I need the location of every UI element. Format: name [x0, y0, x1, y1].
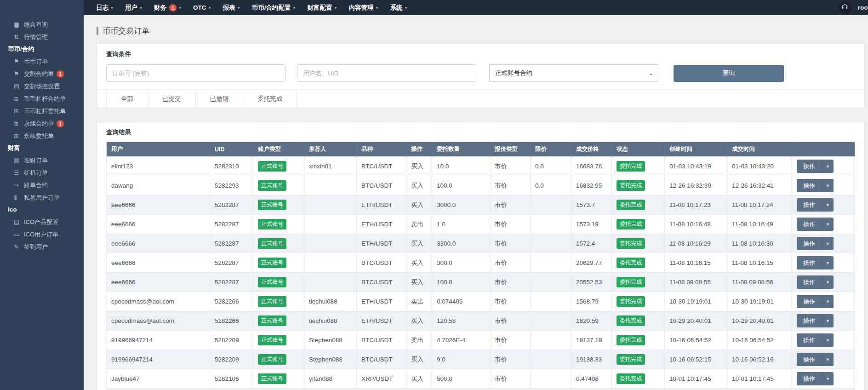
topbar-menu[interactable]: 系统▾: [384, 0, 413, 15]
cell-price_type: 市价: [490, 234, 531, 253]
operate-split-button[interactable]: 操作▼: [797, 372, 834, 385]
operate-button[interactable]: 操作: [797, 179, 822, 192]
sidebar-item[interactable]: ✎签到用户: [0, 241, 84, 253]
sidebar-item[interactable]: ⊞币币杠杆委托单: [0, 105, 84, 117]
cell-status: 委托完成: [612, 176, 665, 195]
operate-button[interactable]: 操作: [797, 314, 822, 327]
query-button[interactable]: 查询: [674, 65, 784, 82]
notification-badge: 1: [57, 70, 64, 78]
cell-deal_price: 1573.19: [571, 215, 612, 234]
operate-button[interactable]: 操作: [797, 160, 822, 173]
cell-pair: ETH/USDT: [357, 234, 406, 253]
operate-split-button[interactable]: 操作▼: [797, 179, 834, 192]
topbar-menu[interactable]: OTC▾: [187, 0, 217, 15]
topbar-menu[interactable]: 财务1▾: [148, 0, 187, 15]
topbar-menu[interactable]: 财富配置▾: [301, 0, 343, 15]
operate-button[interactable]: 操作: [797, 295, 822, 308]
sidebar-item[interactable]: ↪跟单合约: [0, 179, 84, 191]
sidebar-item[interactable]: $私募用户订单: [0, 191, 84, 204]
user-uid-input[interactable]: [297, 64, 476, 82]
sidebar-item[interactable]: ▥理财订单: [0, 154, 84, 166]
operate-split-button[interactable]: 操作▼: [797, 218, 834, 231]
order-id-input[interactable]: [106, 64, 286, 82]
cell-uid: 5282293: [210, 176, 253, 195]
topbar-menu[interactable]: 币币/合约配置▾: [246, 0, 302, 15]
cell-referrer: xinxin01: [304, 157, 357, 176]
cell-created: 11-08 10:16:15: [665, 253, 727, 273]
cell-created: 11-08 10:16:29: [665, 234, 727, 253]
column-header: [792, 142, 855, 157]
support-headset-button[interactable]: [839, 1, 851, 14]
cell-user: 919966947214: [107, 350, 210, 369]
chevron-down-icon[interactable]: ▼: [822, 160, 834, 173]
chevron-down-icon[interactable]: ▼: [822, 237, 834, 250]
sidebar-item[interactable]: ☰矿机订单: [0, 166, 84, 179]
cell-deal_price: 1572.4: [571, 234, 612, 253]
sidebar-item[interactable]: ⧉永续合约单1: [0, 117, 84, 130]
cell-uid: 5282310: [210, 157, 253, 176]
operate-split-button[interactable]: 操作▼: [797, 314, 834, 327]
account-type-select[interactable]: 正式账号合约 ⌄: [489, 64, 658, 82]
chevron-down-icon[interactable]: ▼: [822, 256, 834, 270]
operate-button[interactable]: 操作: [797, 275, 822, 289]
operate-split-button[interactable]: 操作▼: [797, 237, 834, 250]
chevron-down-icon[interactable]: ▼: [822, 353, 834, 366]
topbar-menu[interactable]: 报表▾: [217, 0, 246, 15]
sidebar-item[interactable]: ▭ICO用户订单: [0, 228, 84, 241]
operate-button[interactable]: 操作: [797, 198, 822, 212]
chevron-down-icon[interactable]: ▼: [822, 179, 834, 192]
chevron-down-icon[interactable]: ▼: [822, 218, 834, 231]
chevron-down-icon: ▾: [140, 5, 142, 10]
sidebar-item[interactable]: ⧉币币杠杆合约单: [0, 92, 84, 105]
status-filter-tab[interactable]: 已提交: [148, 90, 196, 108]
cell-referrer: yifan088: [304, 369, 357, 389]
calculator-icon: ⊞: [14, 108, 24, 115]
operate-split-button[interactable]: 操作▼: [797, 353, 834, 366]
cell-amount: 3300.0: [432, 234, 490, 253]
operate-split-button[interactable]: 操作▼: [797, 275, 834, 289]
status-filter-tab[interactable]: 已撤销: [196, 90, 244, 108]
document-icon: ▤: [14, 83, 24, 90]
chevron-down-icon[interactable]: ▼: [822, 295, 834, 308]
operate-button[interactable]: 操作: [797, 218, 822, 231]
cell-status: 委托完成: [612, 369, 665, 389]
topbar-menu[interactable]: 日志▾: [90, 0, 119, 15]
sidebar-item[interactable]: ▤ICO产品配置: [0, 216, 84, 228]
account-type-badge: 正式账号: [258, 277, 286, 287]
cell-account_type: 正式账号: [253, 215, 304, 234]
operate-button[interactable]: 操作: [797, 256, 822, 270]
account-type-badge: 正式账号: [258, 180, 286, 191]
operate-split-button[interactable]: 操作▼: [797, 160, 834, 173]
cell-price_type: 市价: [490, 331, 531, 350]
sidebar-item[interactable]: ⇅行情管理: [0, 31, 84, 43]
cell-limit_price: [531, 350, 571, 369]
sidebar-item[interactable]: ▦综合查询: [0, 18, 84, 31]
chevron-down-icon[interactable]: ▼: [822, 314, 834, 327]
cell-created: 12-26 16:32:39: [665, 176, 727, 195]
search-panel-title: 查询条件: [97, 44, 864, 63]
sidebar-item[interactable]: ⚑币币订单: [0, 55, 84, 68]
sidebar-item[interactable]: ▤交割场控设置: [0, 80, 84, 92]
chevron-down-icon[interactable]: ▼: [822, 198, 834, 212]
operate-split-button[interactable]: 操作▼: [797, 198, 834, 212]
status-filter-tab[interactable]: 全部: [106, 90, 148, 108]
operate-button[interactable]: 操作: [797, 372, 822, 385]
user-menu[interactable]: root ▾: [858, 4, 868, 11]
operate-button[interactable]: 操作: [797, 237, 822, 250]
chevron-down-icon[interactable]: ▼: [822, 372, 834, 385]
sidebar-item[interactable]: ⊞永续委托单: [0, 130, 84, 142]
operate-split-button[interactable]: 操作▼: [797, 295, 834, 308]
operate-button[interactable]: 操作: [797, 353, 822, 366]
cell-dealt: 10-29 20:40:01: [727, 311, 792, 331]
cell-amount: 0.55308723: [432, 389, 490, 390]
topbar-menu[interactable]: 用户▾: [119, 0, 148, 15]
chevron-down-icon[interactable]: ▼: [822, 275, 834, 289]
cell-limit_price: 0.0: [531, 176, 571, 195]
operate-button[interactable]: 操作: [797, 333, 822, 347]
topbar-menu[interactable]: 内容管理▾: [343, 0, 384, 15]
operate-split-button[interactable]: 操作▼: [797, 333, 834, 347]
sidebar-item[interactable]: ⚑交割合约单1: [0, 68, 84, 80]
operate-split-button[interactable]: 操作▼: [797, 256, 834, 270]
status-filter-tab[interactable]: 委托完成: [243, 90, 297, 108]
chevron-down-icon[interactable]: ▼: [822, 333, 834, 347]
